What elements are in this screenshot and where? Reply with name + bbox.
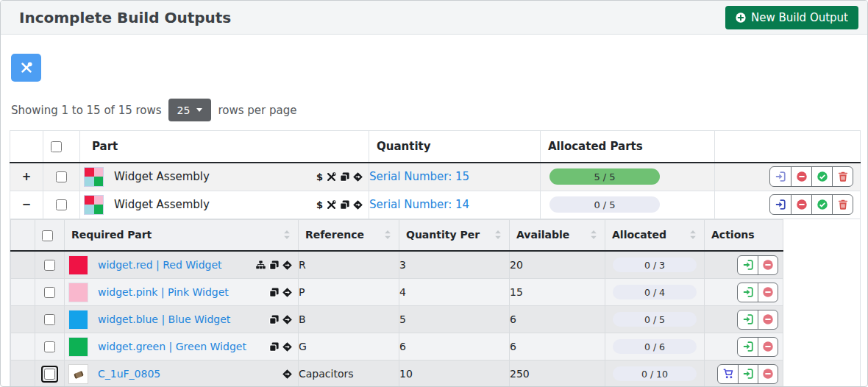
row-checkbox[interactable]: [56, 199, 67, 210]
allocation-progress-bar: 0 / 3: [613, 258, 697, 272]
diamond-arrow-icon: [353, 200, 363, 210]
pagination-bar: Showing 1 to 15 of 15 rows 25 rows per p…: [11, 99, 296, 121]
collapse-row-button[interactable]: −: [10, 191, 43, 219]
sort-icon[interactable]: [383, 230, 392, 239]
available-cell: 6: [510, 333, 605, 361]
sort-icon[interactable]: [589, 230, 598, 239]
build-output-actions-button[interactable]: [11, 54, 41, 82]
deallocate-stock-button[interactable]: [758, 310, 778, 329]
select-all-checkbox[interactable]: [51, 141, 62, 152]
required-part-link[interactable]: widget.pink | Pink Widget: [98, 286, 229, 298]
allocation-progress-bar: 0 / 5: [613, 312, 697, 327]
reference-cell: Capacitors: [299, 361, 399, 387]
required-part-link[interactable]: widget.blue | Blue Widget: [98, 313, 230, 325]
quantity-per-cell: 10: [399, 361, 510, 387]
sub-row-checkbox[interactable]: [44, 314, 55, 325]
panel-heading: Incomplete Build Outputs New Build Outpu…: [1, 1, 867, 35]
diamond-arrow-icon: [353, 172, 363, 182]
required-part-row-blue: widget.blue | Blue Widget B 5: [11, 306, 783, 333]
part-thumbnail: [68, 255, 88, 275]
deallocate-stock-button[interactable]: [791, 195, 811, 214]
quantity-per-cell: 4: [399, 279, 510, 306]
row-checkbox[interactable]: [56, 171, 67, 182]
deallocate-stock-button[interactable]: [758, 338, 778, 356]
page-size-dropdown[interactable]: 25: [168, 99, 212, 121]
column-header-reference[interactable]: Reference: [299, 219, 399, 251]
required-part-link[interactable]: widget.green | Green Widget: [98, 341, 246, 352]
required-part-row-capacitor: C_1uF_0805 Capacitors 10 250 0 / 10: [11, 361, 783, 387]
diamond-arrow-icon: [282, 288, 292, 297]
part-thumbnail: [84, 167, 104, 187]
allocate-stock-button[interactable]: [738, 338, 758, 356]
reference-cell: R: [299, 251, 399, 279]
quantity-per-cell: 6: [399, 333, 510, 361]
part-thumbnail: [68, 310, 88, 330]
column-header-required-part[interactable]: Required Part: [65, 219, 299, 251]
dollar-icon: $: [316, 171, 323, 182]
part-name: Widget Assembly: [114, 170, 210, 183]
column-header-quantity: Quantity: [369, 131, 541, 163]
clone-icon: [340, 172, 349, 182]
allocate-stock-button[interactable]: [738, 310, 758, 329]
sub-row-checkbox[interactable]: [44, 341, 55, 352]
allocate-stock-button[interactable]: [738, 365, 758, 383]
rows-per-page-label: rows per page: [218, 104, 296, 117]
deallocate-stock-button[interactable]: [758, 283, 778, 302]
clone-icon: [269, 315, 279, 324]
available-cell: 20: [510, 251, 605, 279]
tools-icon: [327, 172, 336, 182]
complete-output-button[interactable]: [811, 167, 832, 186]
diamond-arrow-icon: [282, 342, 292, 352]
required-part-link[interactable]: C_1uF_0805: [98, 368, 160, 380]
column-header-actions: Actions: [705, 219, 783, 251]
buy-parts-button[interactable]: [718, 365, 738, 383]
column-header-available[interactable]: Available: [510, 219, 605, 251]
reference-cell: G: [299, 333, 399, 361]
sort-icon[interactable]: [282, 230, 291, 239]
column-header-allocated-parts: Allocated Parts: [541, 131, 715, 163]
allocate-stock-button[interactable]: [738, 283, 758, 302]
sub-table-header-row: Required Part Reference Quantity Per Ava…: [11, 219, 783, 251]
pagination-summary: Showing 1 to 15 of 15 rows: [11, 104, 162, 117]
row-action-buttons: [737, 310, 778, 330]
new-build-output-button[interactable]: New Build Output: [725, 6, 858, 29]
sub-row-checkbox[interactable]: [44, 260, 55, 271]
sub-row-checkbox[interactable]: [44, 369, 55, 380]
chevron-down-icon: [196, 108, 202, 112]
select-all-header: [43, 131, 80, 163]
serial-number-link[interactable]: Serial Number: 14: [369, 198, 469, 211]
required-part-row-green: widget.green | Green Widget G 6: [11, 333, 783, 361]
part-name: Widget Assembly: [114, 198, 210, 211]
build-outputs-table: Part Quantity Allocated Parts + Widget A…: [10, 130, 861, 387]
row-action-buttons: [737, 283, 778, 302]
serial-number-link[interactable]: Serial Number: 15: [369, 170, 469, 183]
delete-output-button[interactable]: [832, 167, 853, 186]
deallocate-stock-button[interactable]: [758, 365, 778, 383]
column-header-part: Part: [80, 131, 369, 163]
sort-icon[interactable]: [494, 230, 502, 239]
page-size-value: 25: [177, 104, 191, 116]
allocation-progress-bar: 0 / 5: [549, 196, 660, 213]
column-header-allocated[interactable]: Allocated: [605, 219, 705, 251]
complete-output-button[interactable]: [811, 195, 832, 214]
sub-row-checkbox[interactable]: [44, 287, 55, 298]
diamond-arrow-icon: [282, 315, 292, 324]
expand-row-button[interactable]: +: [10, 163, 43, 191]
deallocate-stock-button[interactable]: [791, 167, 811, 186]
sort-icon[interactable]: [689, 230, 697, 239]
build-output-row-serial-15: + Widget Assembly $: [10, 163, 861, 191]
sitemap-icon: [256, 260, 266, 270]
row-action-buttons: [769, 166, 853, 187]
part-thumbnail: [68, 283, 88, 302]
sub-select-all-checkbox[interactable]: [42, 230, 53, 241]
delete-output-button[interactable]: [832, 195, 853, 214]
page-title: Incomplete Build Outputs: [19, 9, 231, 26]
deallocate-stock-button[interactable]: [758, 256, 778, 274]
required-part-link[interactable]: widget.red | Red Widget: [98, 259, 222, 271]
allocate-stock-button[interactable]: [770, 195, 791, 214]
allocate-stock-button[interactable]: [770, 167, 791, 186]
clone-icon: [269, 342, 279, 352]
allocate-stock-button[interactable]: [738, 256, 758, 274]
gutter-cell: [11, 333, 35, 361]
column-header-quantity-per[interactable]: Quantity Per: [399, 219, 510, 251]
